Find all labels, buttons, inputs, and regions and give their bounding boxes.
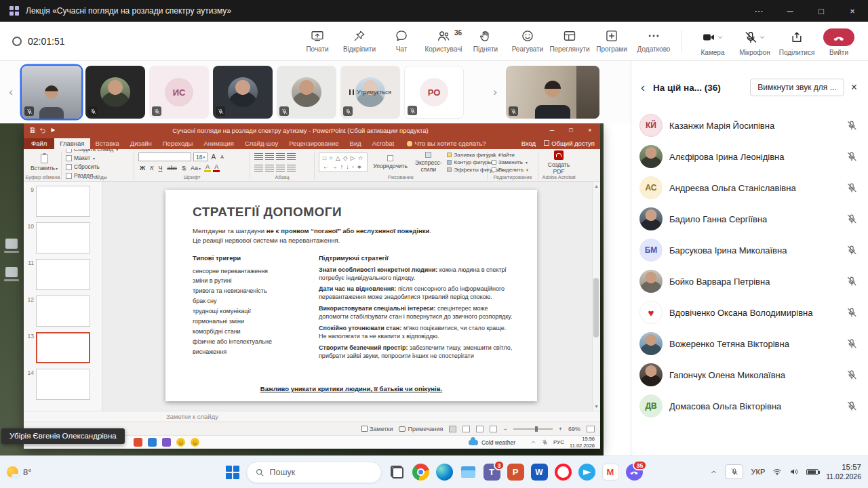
view-button[interactable]: Переглянути bbox=[549, 29, 591, 53]
ppt-tab-file: Файл bbox=[24, 138, 54, 149]
share-button[interactable]: Поділитися bbox=[777, 28, 816, 56]
tray-chevron-icon[interactable] bbox=[710, 468, 717, 476]
start-button[interactable]: Почати bbox=[296, 29, 338, 53]
tray-mic-toggle[interactable] bbox=[725, 464, 743, 479]
window-minimize-button[interactable]: ─ bbox=[774, 0, 806, 22]
participant-row[interactable]: Бадило Ганна Сергіївна bbox=[631, 203, 868, 235]
avatar bbox=[639, 332, 663, 355]
viber-icon[interactable]: 35 bbox=[626, 464, 643, 481]
close-panel-icon[interactable]: × bbox=[850, 82, 859, 93]
back-chevron-icon[interactable]: ‹ bbox=[638, 81, 648, 94]
filmstrip-next-button[interactable]: › bbox=[488, 85, 502, 99]
start-button[interactable] bbox=[226, 466, 239, 479]
slide-thumbnail: 12 bbox=[25, 296, 99, 327]
participants-button[interactable]: 36Користувачі bbox=[422, 29, 465, 53]
file-explorer-icon[interactable] bbox=[460, 464, 477, 481]
columns-icon bbox=[287, 165, 296, 172]
more-actions-button[interactable]: Додатково bbox=[633, 29, 675, 53]
window-close-button[interactable]: × bbox=[837, 0, 868, 22]
microphone-button[interactable]: Мікрофон bbox=[735, 28, 774, 56]
meeting-stage: ‹ ИС Утримується РО › bbox=[0, 61, 631, 455]
chevron-up-icon bbox=[530, 439, 536, 445]
video-tile[interactable]: ИС bbox=[149, 66, 209, 119]
presenter-language: РУС bbox=[553, 439, 564, 445]
participant-row[interactable]: БМ Барсукова Ірина Миколаївна bbox=[631, 235, 868, 266]
teams-taskbar-icon[interactable]: 3 bbox=[484, 464, 500, 481]
gmail-icon[interactable] bbox=[602, 464, 619, 481]
video-tile-active-speaker[interactable] bbox=[22, 66, 81, 119]
participant-row[interactable]: АС Андреєва Ольга Станіславівна bbox=[631, 172, 868, 203]
taskbar-search[interactable]: Пошук bbox=[246, 462, 382, 483]
tile-mic-off-icon bbox=[408, 106, 417, 115]
window-more-button[interactable]: ⋯ bbox=[743, 0, 774, 22]
participant-row[interactable]: Гапончук Олена Миколаївна bbox=[631, 359, 868, 390]
leave-button[interactable]: Вийти bbox=[819, 28, 859, 56]
teams-titlebar: Лекція «Сучасні погляди на розлади спект… bbox=[0, 0, 868, 22]
device-controls: Камера Мікрофон Поділитися Вийти bbox=[693, 28, 859, 56]
taskbar-clock[interactable]: 15:57 11.02.2026 bbox=[826, 462, 861, 482]
video-tile[interactable] bbox=[85, 66, 145, 119]
mic-dropdown-icon[interactable] bbox=[759, 34, 766, 41]
app-icon bbox=[134, 438, 142, 447]
desktop-shortcut-icon bbox=[5, 267, 18, 277]
participant-row[interactable]: ДВ Домасова Ольга Вікторівна bbox=[631, 390, 868, 422]
hang-up-icon bbox=[833, 32, 845, 43]
word-icon[interactable] bbox=[531, 464, 548, 481]
ribbon-group-clipboard: Вставить Буфер обмена bbox=[25, 150, 60, 181]
video-tile[interactable] bbox=[213, 66, 273, 119]
filmstrip-prev-button[interactable]: ‹ bbox=[4, 85, 18, 99]
powerpoint-icon[interactable] bbox=[507, 464, 524, 481]
task-view-button[interactable] bbox=[389, 464, 406, 481]
ppt-signin: Вход bbox=[521, 140, 536, 147]
acrobat-icon bbox=[554, 150, 564, 160]
volume-icon[interactable] bbox=[789, 467, 799, 476]
slideshow-icon bbox=[50, 127, 56, 134]
edge-icon[interactable] bbox=[436, 464, 453, 481]
apps-button[interactable]: Програми bbox=[591, 29, 633, 53]
video-tile-on-hold[interactable]: Утримується bbox=[340, 66, 400, 119]
camera-button[interactable]: Камера bbox=[693, 28, 732, 56]
window-maximize-button[interactable]: □ bbox=[806, 0, 837, 22]
toolbar-divider bbox=[682, 30, 682, 53]
camera-dropdown-icon[interactable] bbox=[717, 34, 724, 41]
telegram-icon[interactable] bbox=[578, 464, 595, 481]
weather-widget[interactable]: 8° bbox=[7, 466, 31, 478]
align-center-icon bbox=[265, 165, 274, 172]
participant-row[interactable]: Бойко Варвара Петрівна bbox=[631, 266, 868, 297]
pin-icon bbox=[353, 29, 366, 43]
shared-screen[interactable]: Сучасні погляди на розлади спектру аутиз… bbox=[0, 123, 604, 455]
mic-off-icon bbox=[846, 401, 857, 411]
italic-button: К bbox=[149, 165, 155, 171]
react-button[interactable]: Реагувати bbox=[507, 29, 549, 53]
language-indicator[interactable]: УКР bbox=[751, 468, 765, 476]
ppt-tab-acrobat: Acrobat bbox=[367, 138, 400, 149]
grow-font-icon: А bbox=[210, 153, 217, 161]
tile-mic-off-icon bbox=[279, 106, 289, 116]
fit-slide-button bbox=[587, 426, 595, 432]
chat-button[interactable]: Чат bbox=[380, 29, 422, 53]
font-size-box: 18 bbox=[193, 152, 208, 161]
unpin-button[interactable]: Відкріпити bbox=[338, 29, 380, 53]
presenter-video-tile[interactable] bbox=[506, 66, 599, 119]
leave-pill[interactable] bbox=[823, 28, 854, 46]
slide-editor: СТРАТЕГІЇ ДОПОМОГИ Мелтдауни та шатдауни… bbox=[102, 182, 600, 411]
comments-icon bbox=[399, 426, 406, 432]
mute-all-button[interactable]: Вимкнути звук для ... bbox=[750, 79, 844, 96]
participant-row[interactable]: Вожеренко Тетяна Вікторівна bbox=[631, 328, 868, 359]
participant-row[interactable]: КЙ Казанжи Марія Йосипівна bbox=[631, 110, 868, 141]
replace-button: Заменить bbox=[492, 159, 528, 165]
ppt-minimize-button: ─ bbox=[545, 127, 559, 134]
video-tile[interactable] bbox=[277, 66, 336, 119]
avatar-initials: ИС bbox=[165, 78, 193, 106]
participant-row[interactable]: Алєфірова Ірина Леонідівна bbox=[631, 141, 868, 172]
participant-row[interactable]: Вдовіченко Оксана Володимирівна bbox=[631, 297, 868, 328]
opera-icon[interactable] bbox=[555, 464, 572, 481]
raise-hand-button[interactable]: Підняти bbox=[465, 29, 507, 53]
zoom-in-button: + bbox=[559, 426, 562, 432]
battery-icon[interactable] bbox=[806, 469, 818, 475]
app-icon bbox=[148, 438, 157, 447]
strikethrough-button: abc bbox=[165, 165, 178, 171]
chrome-icon[interactable] bbox=[412, 464, 429, 481]
wifi-icon[interactable] bbox=[772, 467, 782, 476]
video-tile[interactable]: РО bbox=[404, 66, 464, 119]
